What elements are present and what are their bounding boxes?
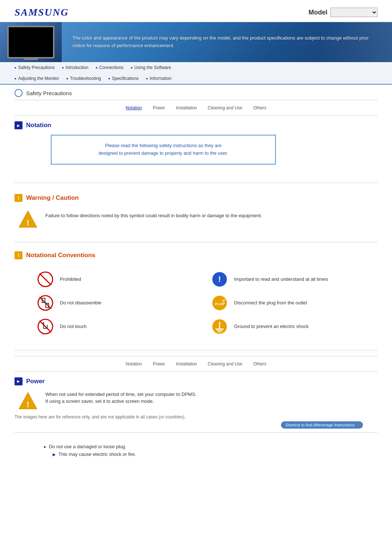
power-arrow-icon [15, 377, 23, 385]
tab-installation-top[interactable]: Installation [176, 105, 197, 111]
disconnect-icon: PLUG [211, 294, 229, 312]
ground-label: Ground to prevent an electric shock [234, 324, 309, 329]
important-label: Important to read and understand at all … [234, 276, 328, 282]
disassemble-label: Do not disassemble [60, 300, 101, 305]
nav-connections[interactable]: Connections [95, 62, 131, 73]
conventions-grid: Prohibited ! Important to read and under… [15, 265, 377, 341]
disassemble-icon [36, 294, 54, 312]
divider-2 [15, 242, 377, 242]
svg-line-3 [40, 274, 51, 285]
convention-prohibited: Prohibited [36, 270, 203, 288]
nav-information[interactable]: Information [146, 73, 179, 84]
conventions-header: Notational Conventions [15, 251, 377, 259]
notice-line2: designed to prevent damage to property a… [62, 150, 264, 157]
section-title-bar: Safety Precautions [15, 85, 377, 100]
notice-line1: Please read the following safety instruc… [62, 142, 264, 150]
ground-icon [211, 317, 229, 336]
tab-installation-bottom[interactable]: Installation [176, 361, 197, 367]
sub-bullet-text-1: This may cause electric shock or fire. [58, 451, 136, 457]
sub-arrow-icon: ▶ [53, 452, 56, 457]
nav-adjusting-monitor[interactable]: Adjusting the Monitor [15, 73, 66, 84]
notouch-label: Do not touch [60, 324, 87, 329]
power-warning-symbol: ! [18, 391, 38, 411]
nav-safety-precautions[interactable]: Safety Precautions [15, 62, 62, 73]
power-content: ! When not used for extended period of t… [18, 391, 377, 411]
svg-line-10 [44, 303, 47, 303]
prohibited-icon [36, 270, 54, 288]
tab-power-bottom[interactable]: Power [153, 361, 165, 367]
monitor-illustration [7, 26, 54, 58]
svg-text:!: ! [26, 400, 29, 409]
svg-point-17 [43, 322, 44, 324]
main-content: Safety Precautions Notation Power Instal… [0, 85, 392, 462]
disconnect-label: Disconnect the plug from the outlet [234, 300, 307, 305]
tab-others-bottom[interactable]: Others [253, 361, 266, 367]
model-area: Model [309, 8, 377, 17]
warning-triangle-symbol: ! [18, 209, 38, 229]
power-section: Power ! When not used for extended perio… [15, 372, 377, 427]
warning-header: Warning / Caution [15, 194, 377, 202]
tab-notation-top[interactable]: Notation [126, 105, 142, 111]
notation-notice-box: Please read the following safety instruc… [51, 135, 276, 165]
notouch-icon [36, 317, 54, 336]
model-select[interactable] [330, 8, 377, 17]
power-text-line1: When not used for extended period of tim… [45, 391, 196, 398]
convention-disconnect: PLUG Disconnect the plug from the outlet [211, 294, 377, 312]
banner-monitor-image [0, 22, 62, 62]
banner-wave-decoration [319, 22, 392, 62]
nav-using-software[interactable]: Using the Software [131, 62, 178, 73]
warning-heading: Warning / Caution [26, 194, 79, 202]
conventions-section: Notational Conventions Prohibited ! [15, 248, 377, 345]
banner: The color and appearance of the product … [0, 22, 392, 62]
power-heading: Power [26, 378, 45, 385]
notation-heading: Notation [26, 122, 51, 129]
nav-specifications[interactable]: Specifications [108, 73, 146, 84]
section-circle-icon [15, 89, 23, 97]
nav-row-1: Safety Precautions Introduction Connecti… [15, 62, 377, 73]
tab-cleaning-top[interactable]: Cleaning and Use [208, 105, 242, 111]
tab-cleaning-bottom[interactable]: Cleaning and Use [208, 361, 242, 367]
power-header: Power [15, 377, 377, 385]
warning-description: Failure to follow directions noted by th… [45, 209, 262, 219]
divider-1 [15, 183, 377, 183]
tab-nav-top: Notation Power Installation Cleaning and… [15, 100, 377, 116]
header: SAMSUNG Model [0, 0, 392, 22]
model-label: Model [309, 9, 327, 16]
tab-nav-bottom: Notation Power Installation Cleaning and… [15, 356, 377, 372]
nav-introduction[interactable]: Introduction [62, 62, 96, 73]
nav-troubleshooting[interactable]: Troubleshooting [66, 73, 109, 84]
warning-section: Warning / Caution ! Failure to follow di… [15, 189, 377, 236]
triangle-warning-svg: ! [18, 209, 38, 229]
notation-arrow-icon [15, 121, 23, 129]
tab-others-top[interactable]: Others [253, 105, 266, 111]
navigation-bar: Safety Precautions Introduction Connecti… [0, 62, 392, 85]
notation-header: Notation [15, 121, 377, 129]
power-triangle-svg: ! [18, 391, 38, 411]
svg-text:!: ! [218, 275, 221, 284]
power-text-line2: If using a screen saver, set it to activ… [45, 398, 196, 405]
notation-section: Notation Please read the following safet… [15, 116, 377, 177]
bullet-item-1: ● Do not use a damaged or loose plug. [44, 444, 348, 449]
sub-bullet-1: ▶ This may cause electric shock or fire. [53, 451, 348, 457]
convention-important: ! Important to read and understand at al… [211, 270, 377, 288]
samsung-logo: SAMSUNG [15, 7, 69, 18]
nav-row-2: Adjusting the Monitor Troubleshooting Sp… [15, 73, 377, 84]
convention-notouch: Do not touch [36, 317, 203, 336]
shortcut-button-label: Shortcut to Anti-Afterimage Instructions [285, 423, 355, 427]
tab-power-top[interactable]: Power [153, 105, 165, 111]
power-text-block: When not used for extended period of tim… [45, 391, 196, 405]
bullet-circle-icon: ● [44, 445, 46, 449]
warning-icon [15, 194, 23, 202]
power-ref-text: The images here are for reference only, … [15, 414, 377, 420]
divider-3 [15, 350, 377, 351]
tab-notation-bottom[interactable]: Notation [126, 361, 142, 367]
divider-4 [15, 432, 377, 433]
warning-content: ! Failure to follow directions noted by … [18, 207, 377, 231]
svg-text:!: ! [26, 218, 29, 227]
bullet-text-1: Do not use a damaged or loose plug. [49, 444, 126, 449]
shortcut-button[interactable]: Shortcut to Anti-Afterimage Instructions [281, 421, 363, 429]
section-main-title: Safety Precautions [26, 90, 72, 96]
convention-disassemble: Do not disassemble [36, 294, 203, 312]
conventions-icon [15, 251, 23, 259]
important-icon: ! [211, 270, 229, 288]
